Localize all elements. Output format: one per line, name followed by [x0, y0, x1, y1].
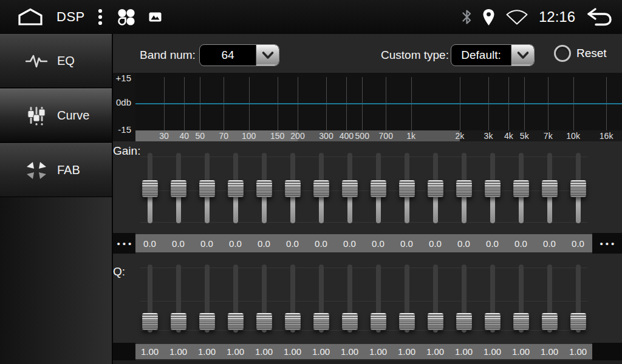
- gain-slider[interactable]: [456, 150, 473, 227]
- q-slider[interactable]: [256, 262, 273, 336]
- q-slider[interactable]: [541, 262, 558, 336]
- slider-thumb[interactable]: [371, 180, 386, 197]
- sidebar-item-curve[interactable]: Curve: [0, 89, 112, 143]
- y-axis-label: -15: [118, 124, 131, 135]
- slider-thumb[interactable]: [399, 313, 415, 330]
- freq-tick-label: 10k: [566, 130, 580, 141]
- q-value: 1.00: [284, 346, 301, 357]
- slider-thumb[interactable]: [542, 180, 558, 197]
- apps-clover-icon[interactable]: [115, 8, 136, 26]
- q-slider[interactable]: [313, 262, 330, 336]
- q-value: 1.00: [141, 346, 159, 357]
- q-slider[interactable]: [513, 262, 530, 336]
- slider-thumb[interactable]: [542, 313, 558, 330]
- slider-thumb[interactable]: [285, 313, 301, 330]
- eq-response-curve: [135, 103, 622, 104]
- freq-tick-label: 400: [340, 130, 354, 141]
- slider-thumb[interactable]: [428, 180, 443, 197]
- gain-slider[interactable]: [513, 150, 530, 227]
- slider-thumb[interactable]: [342, 313, 358, 330]
- slider-thumb[interactable]: [570, 313, 586, 330]
- reset-button[interactable]: Reset: [554, 45, 607, 62]
- eq-curve-plot[interactable]: [135, 73, 622, 130]
- q-slider[interactable]: [341, 262, 358, 336]
- frequency-axis: 304050701001502003004005007001k2k3k4k5k7…: [135, 130, 622, 141]
- sidebar-item-label: Curve: [57, 109, 89, 123]
- overflow-menu-icon[interactable]: [98, 8, 103, 25]
- q-slider[interactable]: [284, 262, 301, 336]
- slider-thumb[interactable]: [342, 180, 358, 197]
- gain-slider[interactable]: [170, 150, 187, 227]
- slider-thumb[interactable]: [285, 180, 301, 197]
- gain-slider[interactable]: [313, 150, 330, 227]
- radio-circle-icon: [554, 45, 571, 62]
- gain-more-right-button[interactable]: •••: [592, 233, 622, 254]
- slider-thumb[interactable]: [399, 180, 415, 197]
- slider-thumb[interactable]: [313, 180, 329, 197]
- gain-slider[interactable]: [256, 150, 273, 227]
- q-values-strip: 1.001.001.001.001.001.001.001.001.001.00…: [135, 344, 592, 359]
- q-slider[interactable]: [484, 262, 501, 336]
- q-more-right-button[interactable]: [592, 343, 622, 360]
- slider-thumb[interactable]: [428, 313, 443, 330]
- q-more-left-button[interactable]: [113, 343, 135, 360]
- main-content: Band num: 64 Custom type: Default: Reset…: [113, 34, 622, 364]
- gain-slider[interactable]: [341, 150, 358, 227]
- slider-thumb[interactable]: [256, 180, 272, 197]
- q-slider[interactable]: [142, 262, 159, 336]
- sidebar-item-fab[interactable]: FAB: [0, 143, 112, 197]
- slider-thumb[interactable]: [456, 313, 472, 330]
- q-value: 1.00: [369, 346, 387, 357]
- custom-type-select[interactable]: Default:: [451, 44, 535, 66]
- sidebar-item-eq[interactable]: EQ: [0, 34, 112, 88]
- slider-thumb[interactable]: [171, 180, 186, 197]
- gain-slider[interactable]: [570, 150, 587, 227]
- slider-thumb[interactable]: [485, 180, 501, 197]
- gain-more-left-button[interactable]: •••: [113, 233, 135, 254]
- sliders-icon: [24, 106, 49, 126]
- q-slider[interactable]: [456, 262, 473, 336]
- slider-thumb[interactable]: [142, 180, 158, 197]
- gain-slider[interactable]: [227, 150, 244, 227]
- gallery-icon[interactable]: [149, 12, 162, 22]
- slider-thumb[interactable]: [199, 313, 215, 330]
- q-slider[interactable]: [199, 262, 216, 336]
- gain-slider[interactable]: [199, 150, 216, 227]
- gain-slider[interactable]: [484, 150, 501, 227]
- gain-slider[interactable]: [541, 150, 558, 227]
- gain-slider[interactable]: [398, 150, 415, 227]
- gain-slider[interactable]: [370, 150, 387, 227]
- slider-thumb[interactable]: [313, 313, 329, 330]
- slider-thumb[interactable]: [513, 313, 529, 330]
- fade-balance-icon: [24, 161, 49, 180]
- sidebar-item-label: FAB: [57, 163, 80, 177]
- slider-thumb[interactable]: [456, 180, 472, 197]
- q-slider[interactable]: [227, 262, 244, 336]
- q-slider[interactable]: [170, 262, 187, 336]
- slider-thumb[interactable]: [256, 313, 272, 330]
- slider-thumb[interactable]: [371, 313, 386, 330]
- reset-label: Reset: [576, 47, 607, 60]
- q-slider[interactable]: [398, 262, 415, 336]
- gain-slider[interactable]: [284, 150, 301, 227]
- slider-thumb[interactable]: [570, 180, 586, 197]
- home-icon[interactable]: [17, 8, 44, 26]
- freq-tick-label: 7k: [544, 130, 553, 141]
- q-slider[interactable]: [570, 262, 587, 336]
- slider-thumb[interactable]: [513, 180, 529, 197]
- q-slider[interactable]: [427, 262, 444, 336]
- slider-thumb[interactable]: [228, 180, 244, 197]
- slider-thumb[interactable]: [228, 313, 244, 330]
- gain-value: 0.0: [543, 238, 556, 249]
- gain-slider[interactable]: [427, 150, 444, 227]
- gain-value: 0.0: [172, 238, 185, 249]
- q-section-label: Q:: [113, 265, 125, 278]
- q-slider[interactable]: [370, 262, 387, 336]
- band-num-select[interactable]: 64: [199, 44, 279, 66]
- gain-slider[interactable]: [142, 150, 159, 227]
- back-icon[interactable]: [586, 7, 612, 27]
- slider-thumb[interactable]: [171, 313, 186, 330]
- slider-thumb[interactable]: [485, 313, 501, 330]
- slider-thumb[interactable]: [142, 313, 158, 330]
- slider-thumb[interactable]: [199, 180, 215, 197]
